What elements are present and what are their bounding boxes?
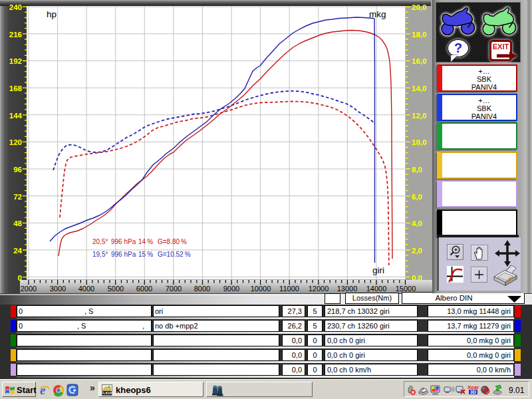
- svg-text:3D: 3D: [470, 390, 476, 394]
- svg-text:e: e: [40, 383, 46, 397]
- svg-text:FLKHS: FLKHS: [102, 391, 112, 395]
- svg-text:EXIT: EXIT: [493, 43, 509, 51]
